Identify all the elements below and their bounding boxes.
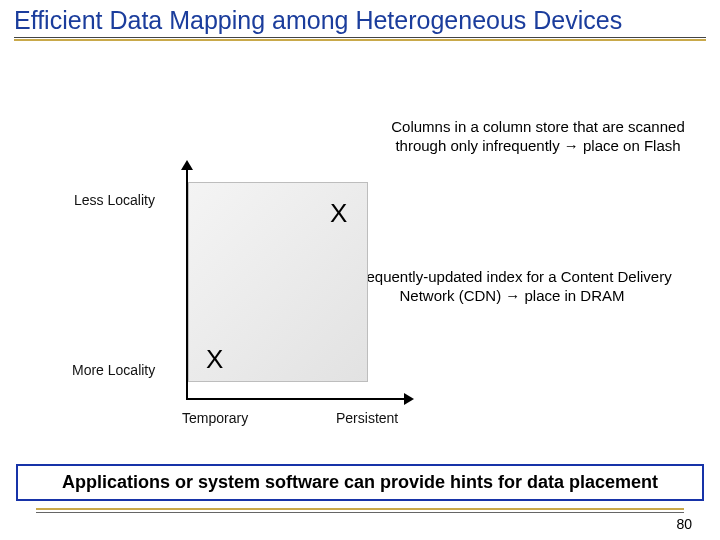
x-axis-label-right: Persistent bbox=[336, 410, 398, 426]
y-axis-label-top: Less Locality bbox=[74, 192, 155, 208]
y-axis-label-bottom: More Locality bbox=[72, 362, 155, 378]
y-axis-arrow-icon bbox=[181, 160, 193, 170]
footer-divider bbox=[36, 508, 684, 513]
page-title: Efficient Data Mapping among Heterogeneo… bbox=[0, 0, 720, 37]
x-axis-line bbox=[186, 398, 406, 400]
title-underline bbox=[14, 37, 706, 41]
y-axis-line bbox=[186, 166, 188, 400]
page-number: 80 bbox=[676, 516, 692, 532]
x-axis-label-left: Temporary bbox=[182, 410, 248, 426]
mark-flash: X bbox=[330, 198, 347, 229]
locality-persistence-chart: Less Locality More Locality Temporary Pe… bbox=[140, 166, 420, 446]
callout-box: Applications or system software can prov… bbox=[16, 464, 704, 501]
x-axis-arrow-icon bbox=[404, 393, 414, 405]
annotation-flash: Columns in a column store that are scann… bbox=[378, 118, 698, 156]
mark-dram: X bbox=[206, 344, 223, 375]
